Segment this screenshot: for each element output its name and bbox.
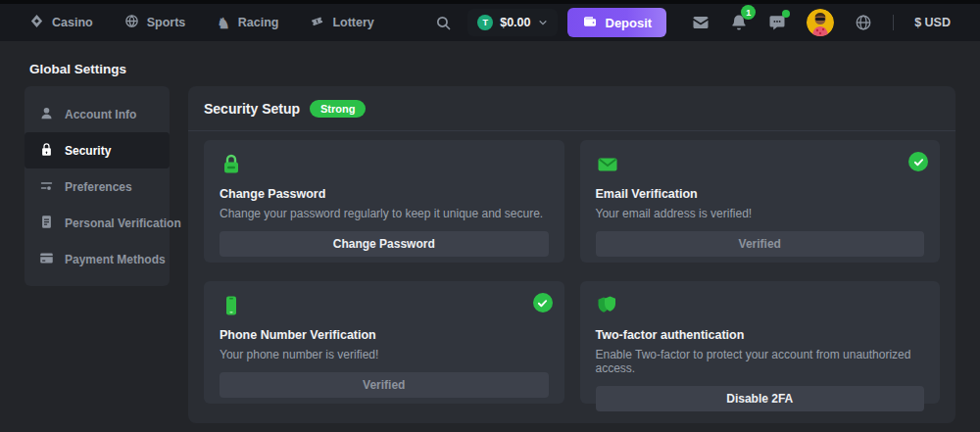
credit-card-icon — [39, 251, 54, 268]
balance-selector[interactable]: T $0.00 — [467, 9, 557, 36]
app-window: Casino Sports ♞ Racing Lottery — [0, 0, 980, 432]
nav-item-label: Lottery — [332, 16, 373, 29]
change-password-card: Change Password Change your password reg… — [204, 140, 564, 263]
document-icon — [39, 215, 54, 232]
email-verification-card: Email Verification Your email address is… — [580, 140, 941, 263]
top-navbar: Casino Sports ♞ Racing Lottery — [0, 4, 980, 41]
nav-item-casino[interactable]: Casino — [29, 14, 93, 31]
panel-header: Security Setup Strong — [188, 86, 956, 130]
card-description: Your phone number is verified! — [220, 348, 549, 361]
nav-item-lottery[interactable]: Lottery — [310, 14, 373, 31]
navbar-icon-cluster: 1 — [692, 9, 951, 36]
currency-label: $ USD — [914, 16, 951, 29]
email-verified-button[interactable]: Verified — [596, 231, 925, 257]
casino-icon — [29, 14, 44, 31]
language-globe-icon[interactable] — [855, 14, 872, 31]
sidebar-item-label: Preferences — [65, 180, 132, 194]
user-icon — [39, 106, 54, 123]
strength-badge: Strong — [310, 100, 366, 118]
phone-icon — [220, 294, 549, 317]
balance-amount: $0.00 — [500, 16, 530, 29]
coin-icon: T — [477, 15, 493, 30]
sidebar-item-personal-verification[interactable]: Personal Verification — [24, 205, 170, 241]
navbar-right: T $0.00 Deposit 1 — [435, 8, 951, 37]
verified-check-icon — [908, 152, 928, 171]
padlock-icon — [220, 153, 549, 176]
search-icon[interactable] — [435, 15, 452, 31]
chat-icon[interactable] — [768, 14, 786, 31]
change-password-button[interactable]: Change Password — [220, 231, 549, 257]
chat-online-dot — [782, 10, 790, 18]
sidebar-item-label: Personal Verification — [65, 216, 181, 230]
card-title: Two-factor authentication — [596, 328, 925, 342]
card-title: Email Verification — [596, 187, 925, 201]
chevron-down-icon — [538, 18, 548, 27]
phone-verification-card: Phone Number Verification Your phone num… — [204, 281, 564, 404]
disable-2fa-button[interactable]: Disable 2FA — [596, 386, 925, 411]
nav-item-label: Racing — [238, 16, 279, 29]
currency-selector[interactable]: $ USD — [914, 16, 951, 29]
lottery-icon — [310, 14, 324, 31]
card-description: Enable Two-factor to protect your accoun… — [596, 348, 925, 375]
nav-item-racing[interactable]: ♞ Racing — [217, 16, 278, 30]
verified-check-icon — [533, 293, 553, 312]
envelope-icon — [596, 153, 925, 176]
mail-icon[interactable] — [692, 14, 710, 31]
nav-item-label: Casino — [52, 16, 93, 29]
page-title: Global Settings — [29, 62, 126, 76]
sidebar-item-preferences[interactable]: Preferences — [24, 168, 170, 205]
twofa-shield-icon — [596, 294, 925, 317]
settings-sidebar: Account Info Security Preferences Person… — [24, 86, 170, 286]
sidebar-item-payment-methods[interactable]: Payment Methods — [24, 241, 170, 277]
card-description: Your email address is verified! — [596, 207, 925, 220]
notification-count-badge: 1 — [741, 5, 756, 20]
sidebar-item-label: Account Info — [65, 108, 136, 121]
sidebar-item-security[interactable]: Security — [24, 132, 170, 168]
security-cards-grid: Change Password Change your password reg… — [188, 131, 956, 419]
sliders-icon — [39, 178, 54, 196]
racing-icon: ♞ — [217, 16, 229, 30]
lock-icon — [39, 142, 54, 160]
deposit-label: Deposit — [606, 16, 653, 30]
two-factor-card: Two-factor authentication Enable Two-fac… — [580, 281, 941, 404]
nav-item-sports[interactable]: Sports — [124, 14, 186, 31]
notifications-bell-icon[interactable]: 1 — [730, 14, 748, 31]
nav-item-label: Sports — [147, 16, 186, 29]
card-description: Change your password regularly to keep i… — [220, 207, 549, 220]
wallet-icon — [582, 14, 598, 32]
navbar-separator — [893, 15, 894, 30]
sports-icon — [124, 14, 139, 31]
sidebar-item-label: Payment Methods — [65, 253, 166, 266]
card-title: Phone Number Verification — [220, 328, 549, 342]
security-settings-panel: Security Setup Strong Change Password Ch… — [188, 86, 956, 423]
primary-nav: Casino Sports ♞ Racing Lottery — [29, 14, 374, 31]
panel-title: Security Setup — [204, 101, 300, 117]
card-title: Change Password — [220, 187, 549, 201]
user-avatar[interactable] — [807, 9, 834, 36]
phone-verified-button[interactable]: Verified — [220, 372, 549, 398]
sidebar-item-label: Security — [65, 144, 111, 158]
sidebar-item-account-info[interactable]: Account Info — [24, 96, 170, 132]
deposit-button[interactable]: Deposit — [567, 8, 667, 37]
